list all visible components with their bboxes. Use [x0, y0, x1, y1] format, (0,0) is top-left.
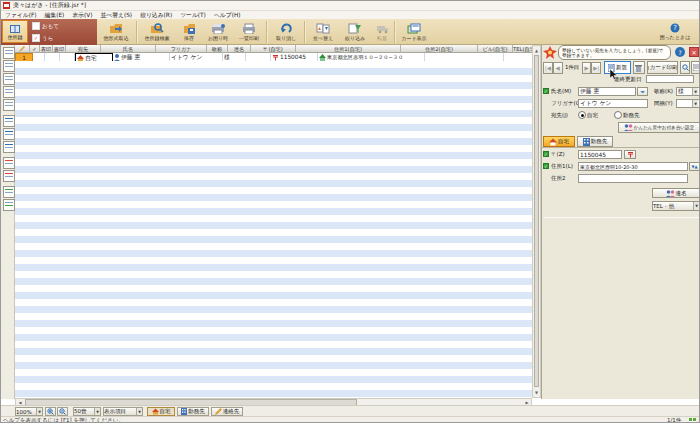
row-back-print-cell[interactable] — [60, 53, 75, 61]
new-card-icon[interactable] — [3, 47, 15, 59]
panel-search-button[interactable] — [680, 61, 690, 74]
col-honorific[interactable]: 敬称 — [207, 45, 228, 53]
prev-record-button[interactable]: ◀ — [553, 62, 563, 74]
col-building[interactable]: ビル(自宅) — [478, 45, 513, 53]
relation-select[interactable]: ▼ — [676, 99, 700, 108]
panel-help-button[interactable]: ? — [675, 47, 685, 57]
scroll-down-icon[interactable]: ▼ — [533, 388, 540, 396]
list-print-button[interactable]: 一覧印刷 — [233, 20, 265, 45]
table-body-empty[interactable] — [15, 61, 533, 398]
row-address2-cell[interactable] — [425, 53, 504, 61]
trouble-help-button[interactable]: ? 困ったときは — [651, 19, 699, 44]
name-print-check[interactable]: ✓ — [543, 88, 549, 94]
addr1-print-check[interactable]: ✓ — [543, 163, 549, 169]
panel-close-button[interactable]: ✕ — [689, 47, 699, 57]
okomari-button[interactable]: お困り時 — [203, 20, 233, 45]
tab-work[interactable]: 勤務先 — [577, 136, 613, 147]
grid-icon[interactable] — [3, 199, 15, 211]
gojuon-select[interactable]: 50音▼ — [73, 407, 101, 416]
row-furigana-cell[interactable]: イトウ ケン — [170, 53, 223, 61]
tel-others-button[interactable]: TEL・他 ▼ — [652, 201, 700, 211]
cut-icon[interactable] — [3, 86, 15, 98]
bottom-tab-home[interactable]: 自宅 — [147, 407, 175, 416]
panel-list-button[interactable] — [691, 61, 700, 74]
zoom-in-button[interactable] — [45, 407, 56, 416]
table-vscrollbar[interactable]: ▲ ▼ — [532, 45, 541, 398]
sort-asc-icon[interactable] — [3, 157, 15, 169]
name-picker-button[interactable]: ◂▸ — [637, 87, 648, 96]
col-name[interactable]: 氏名 — [101, 45, 156, 53]
addressee-home-radio[interactable]: 自宅 — [578, 111, 598, 119]
duplicate-icon[interactable] — [3, 60, 15, 72]
front-checkbox[interactable] — [32, 22, 40, 30]
row-zip-cell[interactable]: 1150045 — [271, 53, 318, 61]
chevron-down-icon[interactable]: ▼ — [693, 202, 699, 210]
name-field[interactable]: 伊藤 憲 — [578, 87, 636, 96]
col-check[interactable]: ✓ — [30, 45, 40, 53]
easy-relationship-setting-button[interactable]: かんたん喪中お付き合い設定 — [618, 122, 700, 133]
addr1-field[interactable]: 東京都北区赤羽10-20-30 — [578, 162, 688, 171]
mark-icon[interactable] — [3, 186, 15, 198]
zoom-select[interactable]: 100%▼ — [15, 407, 43, 416]
save-button[interactable]: 保存 — [175, 20, 203, 45]
furigana-field[interactable]: イトウ ケン — [578, 99, 648, 108]
vscroll-thumb[interactable] — [534, 55, 539, 387]
search-icon[interactable] — [3, 115, 15, 127]
import-other-format-button[interactable]: 他形式取込 — [97, 20, 135, 45]
col-furigana[interactable]: フリガナ — [156, 45, 207, 53]
chevron-down-icon[interactable]: ▼ — [136, 408, 142, 415]
addr1-picker-button[interactable]: ▼▲ — [689, 162, 700, 171]
delete-record-button[interactable] — [633, 61, 645, 74]
chevron-down-icon[interactable]: ▼ — [692, 100, 698, 107]
chevron-down-icon[interactable]: ▼ — [36, 408, 42, 415]
row-front-print-cell[interactable] — [45, 53, 60, 61]
chevron-down-icon[interactable]: ▼ — [692, 88, 698, 95]
col-front-print[interactable]: 表印 — [40, 45, 53, 53]
back-checkbox[interactable]: ✓ — [32, 34, 40, 42]
table-row[interactable]: 1 自宅 伊藤 憲 イトウ ケン 様 1150045 東京都北区赤羽１０−２０−… — [15, 53, 533, 61]
paste-icon[interactable] — [3, 99, 15, 111]
zoom-out-button[interactable] — [57, 407, 68, 416]
filter-button[interactable]: 絞り込み — [339, 20, 371, 45]
search-addressbook-button[interactable]: 住所録検索 — [139, 20, 175, 45]
joint-names-button[interactable]: 連名 — [652, 188, 700, 198]
card-view-button[interactable]: カード表示 — [397, 20, 431, 45]
honorific-select[interactable]: 様 ▼ — [676, 87, 700, 96]
col-joint[interactable]: 連名 — [228, 45, 251, 53]
zip-print-check[interactable]: ✓ — [543, 151, 549, 157]
addressee-work-radio[interactable]: 勤務先 — [614, 111, 640, 119]
col-address1[interactable]: 住所1(自宅) — [296, 45, 401, 53]
zip-field[interactable]: 1150045 — [578, 150, 622, 159]
scroll-up-icon[interactable]: ▲ — [533, 46, 540, 54]
row-address1-cell[interactable]: 東京都北区赤羽１０−２０−３０ — [318, 53, 425, 61]
row-honorific-cell[interactable]: 様 — [223, 53, 246, 61]
zip-lookup-button[interactable] — [624, 150, 636, 159]
tab-home[interactable]: 自宅 — [543, 136, 575, 147]
undo-button[interactable]: 取り消し — [269, 20, 303, 45]
chevron-down-icon[interactable]: ▼ — [94, 408, 100, 415]
addr2-field[interactable] — [578, 174, 688, 183]
bottom-tab-work[interactable]: 勤務先 — [177, 407, 209, 416]
front-toggle[interactable]: おもて — [32, 22, 59, 30]
replace-icon[interactable] — [3, 141, 15, 153]
col-back-print[interactable]: 裏印 — [53, 45, 66, 53]
sort-button[interactable]: 並べ替え — [307, 20, 339, 45]
last-record-button[interactable]: ▶| — [591, 62, 601, 74]
back-toggle[interactable]: ✓ うら — [32, 34, 53, 42]
next-record-button[interactable]: ▶ — [582, 62, 592, 74]
copy-icon[interactable] — [3, 73, 15, 85]
display-items-select[interactable]: 表示項目▼ — [103, 407, 143, 416]
col-address2[interactable]: 住所2(自宅) — [401, 45, 478, 53]
bottom-tab-contact[interactable]: 連絡先 — [211, 407, 243, 416]
row-name-cell[interactable]: 伊藤 憲 — [113, 53, 170, 61]
row-joint-cell[interactable] — [246, 53, 271, 61]
address-book-button[interactable]: 住所録 — [2, 20, 28, 43]
first-record-button[interactable]: |◀ — [543, 62, 553, 74]
find-next-icon[interactable] — [3, 128, 15, 140]
card-print-button[interactable]: カード印刷 — [647, 61, 678, 74]
col-rownum[interactable] — [15, 45, 30, 53]
col-zip[interactable]: 〒(自宅) — [251, 45, 296, 53]
row-check-cell[interactable] — [33, 53, 45, 61]
sort-desc-icon[interactable] — [3, 170, 15, 182]
col-atesaki[interactable]: 宛先 — [66, 45, 101, 53]
